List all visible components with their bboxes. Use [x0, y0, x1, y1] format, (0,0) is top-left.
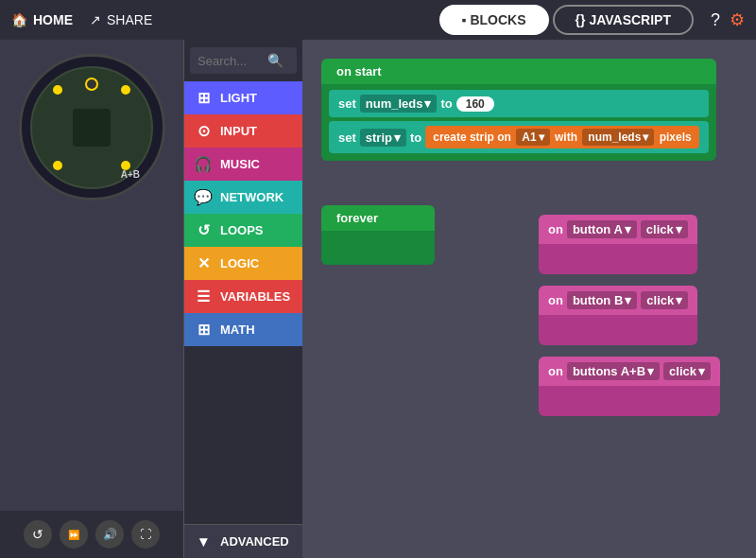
- tab-javascript[interactable]: {} JAVASCRIPT: [553, 5, 694, 35]
- home-button[interactable]: 🏠 HOME: [11, 12, 73, 27]
- button-b-block[interactable]: on button B ▾ click ▾: [539, 286, 697, 315]
- topbar: 🏠 HOME ↗ SHARE ▪ BLOCKS {} JAVASCRIPT ? …: [0, 0, 756, 40]
- music-icon: 🎧: [194, 155, 213, 173]
- strip-dropdown[interactable]: strip ▾: [360, 129, 406, 147]
- button-ab-event-dropdown[interactable]: click ▾: [663, 362, 711, 380]
- fullscreen-button[interactable]: ⛶: [131, 520, 160, 549]
- button-b-body: [539, 315, 697, 345]
- board-dot: [53, 161, 62, 170]
- search-input[interactable]: [198, 54, 264, 68]
- js-icon: {}: [576, 12, 586, 27]
- board-dot: [121, 85, 130, 95]
- category-logic[interactable]: ✕ LOGIC: [184, 247, 302, 280]
- board-chip: [73, 109, 111, 147]
- category-variables[interactable]: ☰ VARIABLES: [184, 280, 302, 313]
- variables-icon: ☰: [194, 288, 213, 305]
- loops-icon: ↺: [194, 221, 213, 239]
- help-icon[interactable]: ?: [711, 10, 720, 30]
- button-a-body: [539, 244, 697, 274]
- categories-panel: 🔍 ⊞ LIGHT ⊙ INPUT 🎧 MUSIC 💬 NETWORK ↺ LO…: [184, 40, 302, 558]
- forever-label: forever: [321, 205, 435, 231]
- category-music[interactable]: 🎧 MUSIC: [184, 148, 302, 181]
- button-b-group: on button B ▾ click ▾: [539, 286, 697, 345]
- sim-controls: ↺ ⏩ 🔊 ⛶: [0, 511, 183, 558]
- button-ab-group: on buttons A+B ▾ click ▾: [539, 357, 720, 416]
- logic-icon: ✕: [194, 254, 213, 272]
- button-b-dropdown[interactable]: button B ▾: [567, 291, 637, 309]
- numleds-dropdown[interactable]: num_leds ▾: [360, 95, 438, 113]
- numleds-value[interactable]: 160: [456, 96, 494, 112]
- category-loops[interactable]: ↺ LOOPS: [184, 214, 302, 247]
- button-a-group: on button A ▾ click ▾: [539, 215, 697, 274]
- button-a-dropdown[interactable]: button A ▾: [567, 220, 637, 238]
- simulator-panel: A+B ↺ ⏩ 🔊 ⛶: [0, 40, 184, 558]
- tab-blocks[interactable]: ▪ BLOCKS: [439, 5, 549, 35]
- on-start-group: on start set num_leds ▾ to 160: [321, 59, 716, 161]
- blocks-icon: ▪: [462, 12, 467, 27]
- topbar-icons: ? ⚙: [711, 9, 745, 30]
- network-icon: 💬: [194, 188, 213, 206]
- restart-button[interactable]: ↺: [24, 520, 52, 549]
- circuit-board: A+B: [19, 54, 165, 201]
- board-led: [85, 78, 98, 91]
- set-strip-block[interactable]: set strip ▾ to create strip on A1 ▾: [329, 121, 709, 153]
- category-network[interactable]: 💬 NETWORK: [184, 181, 302, 214]
- settings-icon[interactable]: ⚙: [730, 9, 745, 30]
- category-math[interactable]: ⊞ MATH: [184, 313, 302, 346]
- board-inner: A+B: [30, 66, 153, 189]
- category-light[interactable]: ⊞ LIGHT: [184, 81, 302, 114]
- category-advanced[interactable]: ▾ ADVANCED: [184, 524, 302, 558]
- forever-body: [321, 231, 435, 265]
- share-icon: ↗: [90, 12, 101, 27]
- button-a-block[interactable]: on button A ▾ click ▾: [539, 215, 697, 244]
- set-numleds-block[interactable]: set num_leds ▾ to 160: [329, 90, 709, 117]
- button-b-event-dropdown[interactable]: click ▾: [641, 291, 688, 309]
- button-ab-block[interactable]: on buttons A+B ▾ click ▾: [539, 357, 720, 386]
- board-label: A+B: [121, 169, 140, 180]
- board-dot: [53, 85, 62, 95]
- pin-dropdown[interactable]: A1 ▾: [516, 129, 549, 146]
- math-icon: ⊞: [194, 321, 213, 339]
- slow-button[interactable]: ⏩: [60, 520, 88, 549]
- light-icon: ⊞: [194, 89, 213, 107]
- share-button[interactable]: ↗ SHARE: [90, 12, 152, 27]
- blocks-workspace: on start set num_leds ▾ to 160: [302, 40, 756, 558]
- create-strip-block[interactable]: create strip on A1 ▾ with num_leds ▾ pix…: [425, 126, 698, 148]
- main-layout: A+B ↺ ⏩ 🔊 ⛶ 🔍 ⊞ LIGHT ⊙ INPUT 🎧 MUSIC: [0, 40, 756, 558]
- home-icon: 🏠: [11, 12, 27, 27]
- button-a-event-dropdown[interactable]: click ▾: [641, 220, 688, 238]
- on-start-label: on start: [321, 59, 716, 84]
- advanced-icon: ▾: [194, 532, 213, 550]
- tabs: ▪ BLOCKS {} JAVASCRIPT: [439, 5, 694, 35]
- button-ab-body: [539, 386, 720, 416]
- input-icon: ⊙: [194, 122, 213, 140]
- numleds2-dropdown[interactable]: num_leds ▾: [582, 129, 654, 146]
- search-icon: 🔍: [267, 53, 284, 68]
- category-input[interactable]: ⊙ INPUT: [184, 114, 302, 148]
- search-bar: 🔍: [190, 47, 297, 74]
- sound-button[interactable]: 🔊: [95, 520, 124, 549]
- forever-group: forever: [321, 205, 435, 265]
- button-ab-dropdown[interactable]: buttons A+B ▾: [567, 362, 660, 380]
- on-start-body: set num_leds ▾ to 160 set strip ▾: [321, 84, 716, 161]
